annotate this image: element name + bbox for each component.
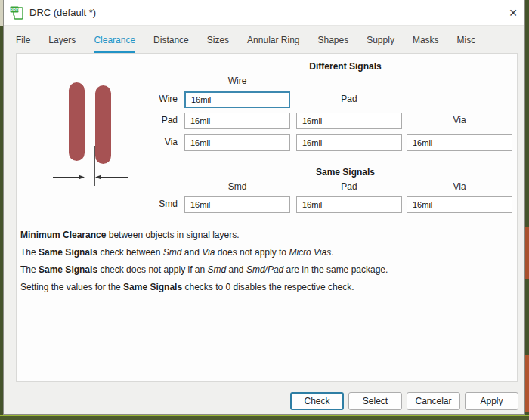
clearance-via-wire-input[interactable] — [184, 134, 290, 151]
note-zero-disables: Setting the values for the Same Signals … — [20, 282, 354, 292]
tab-misc[interactable]: Misc — [457, 34, 476, 53]
row-label-smd: Smd — [132, 199, 178, 209]
tab-clearance[interactable]: Clearance — [94, 34, 135, 53]
tab-annular-ring[interactable]: Annular Ring — [247, 34, 299, 53]
row-label-wire: Wire — [132, 94, 178, 104]
note-micro-vias: The Same Signals check between Smd and V… — [20, 247, 334, 258]
column-header-wire: Wire — [184, 76, 290, 86]
window-title: DRC (default *) — [29, 0, 96, 26]
tab-layers[interactable]: Layers — [48, 34, 76, 53]
brd-file-icon: BRD — [10, 5, 25, 20]
desktop-background — [525, 227, 529, 279]
column-header-pad: Pad — [296, 94, 402, 104]
tab-supply[interactable]: Supply — [367, 34, 394, 53]
close-icon[interactable]: ✕ — [503, 4, 524, 22]
note-minimum-clearance: Minimum Clearance between objects in sig… — [20, 230, 239, 240]
drc-dialog: BRD DRC (default *) ✕ File Layers Cleara… — [3, 0, 525, 415]
tab-shapes[interactable]: Shapes — [317, 34, 348, 53]
tab-file[interactable]: File — [16, 34, 30, 53]
clearance-via-via-input[interactable] — [407, 134, 512, 151]
clearance-via-pad-input[interactable] — [296, 134, 402, 151]
row-label-via: Via — [132, 137, 178, 147]
same-signals-heading: Same Signals — [270, 167, 421, 178]
desktop-background — [0, 416, 529, 420]
tab-sizes[interactable]: Sizes — [207, 34, 229, 53]
svg-text:BRD: BRD — [10, 8, 19, 12]
tab-distance[interactable]: Distance — [153, 34, 189, 53]
dialog-button-row: Check Select Cancelar Apply — [290, 392, 518, 410]
title-bar[interactable]: BRD DRC (default *) ✕ — [4, 0, 524, 26]
clearance-wire-wire-input[interactable] — [184, 91, 290, 108]
tab-masks[interactable]: Masks — [413, 34, 439, 53]
column-header-via: Via — [407, 115, 512, 125]
clearance-pad-pad-input[interactable] — [296, 113, 402, 129]
tab-bar: File Layers Clearance Distance Sizes Ann… — [16, 34, 475, 53]
clearance-pad-wire-input[interactable] — [184, 113, 290, 129]
column-header-smd-same: Smd — [184, 181, 290, 192]
desktop-background — [525, 355, 529, 412]
same-smd-via-input[interactable] — [407, 196, 512, 213]
note-same-package: The Same Signals check does not apply if… — [20, 264, 388, 275]
column-header-via-same: Via — [407, 181, 512, 192]
same-smd-pad-input[interactable] — [296, 196, 402, 213]
clearance-tab-page: Different Signals Wire Pad Via Wire Pad … — [16, 53, 518, 382]
column-header-pad-same: Pad — [296, 181, 402, 192]
apply-button[interactable]: Apply — [465, 392, 518, 410]
same-smd-smd-input[interactable] — [184, 196, 290, 213]
different-signals-heading: Different Signals — [270, 61, 421, 72]
select-button[interactable]: Select — [348, 392, 402, 410]
row-label-pad: Pad — [132, 115, 178, 125]
check-button[interactable]: Check — [290, 392, 344, 410]
cancel-button[interactable]: Cancelar — [407, 392, 460, 410]
